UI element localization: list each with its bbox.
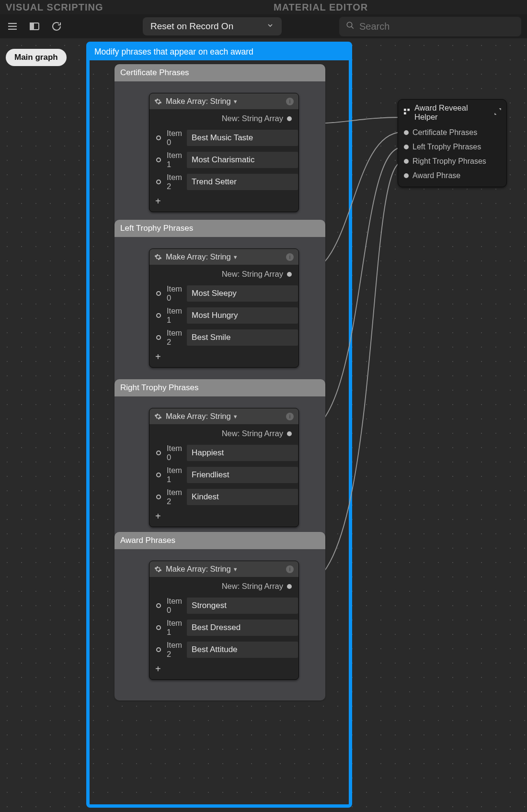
helper-input-label: Right Trophy Phrases [412,157,486,166]
input-port[interactable] [156,451,161,455]
input-port[interactable] [156,158,161,162]
panel-icon[interactable] [28,20,41,33]
make-array-label: Make Array: String [166,97,231,106]
search-input[interactable] [358,21,515,33]
make-array-label: Make Array: String [166,564,231,574]
node-header[interactable]: Make Array: String▼i [149,561,298,577]
group-certificate-phrases[interactable]: Certificate PhrasesMake Array: String▼iN… [115,64,325,233]
item-label: Item 1 [167,466,182,484]
make-array-label: Make Array: String [166,412,231,421]
input-port[interactable] [156,495,161,499]
svg-rect-9 [404,112,406,114]
input-port[interactable] [156,313,161,318]
item-row: Item 2 [149,639,298,661]
group-header[interactable]: Right Trophy Phrases [115,379,325,396]
helper-input-row: Certificate Phrases [398,125,506,140]
input-port[interactable] [156,647,161,652]
item-value-input[interactable] [187,152,298,168]
node-header[interactable]: Make Array: String▼i [149,93,298,109]
info-icon[interactable]: i [286,413,294,420]
item-label: Item 2 [167,173,182,191]
input-port[interactable] [404,173,409,178]
group-left-trophy-phrases[interactable]: Left Trophy PhrasesMake Array: String▼iN… [115,220,325,388]
tab-material-editor[interactable]: MATERIAL EDITOR [259,2,527,13]
refresh-icon[interactable] [50,20,63,33]
item-value-input[interactable] [187,642,298,658]
item-value-input[interactable] [187,130,298,146]
output-port[interactable] [287,431,292,436]
add-item-button[interactable]: + [149,508,298,527]
input-port[interactable] [156,473,161,477]
group-header[interactable]: Certificate Phrases [115,64,325,81]
item-row: Item 2 [149,486,298,508]
item-value-input[interactable] [187,285,298,302]
output-label: New: String Array [222,114,283,123]
type-dropdown-icon[interactable]: ▼ [233,99,238,104]
output-label: New: String Array [222,429,283,438]
input-port[interactable] [156,335,161,340]
output-port[interactable] [287,584,292,589]
item-value-input[interactable] [187,598,298,614]
item-value-input[interactable] [187,307,298,324]
node-header[interactable]: Make Array: String▼i [149,408,298,424]
type-dropdown-icon[interactable]: ▼ [233,414,238,419]
award-reveal-helper-node[interactable]: Award Reveeal Helper Certificate Phrases… [398,99,507,187]
group-right-trophy-phrases[interactable]: Right Trophy PhrasesMake Array: String▼i… [115,379,325,548]
make-array-node[interactable]: Make Array: String▼iNew: String ArrayIte… [149,93,299,212]
make-array-node[interactable]: Make Array: String▼iNew: String ArrayIte… [149,561,299,680]
graph-tab-main[interactable]: Main graph [6,49,67,66]
item-value-input[interactable] [187,467,298,483]
item-value-input[interactable] [187,174,298,190]
gear-icon [154,253,162,261]
input-port[interactable] [156,135,161,140]
item-label: Item 2 [167,328,182,347]
type-dropdown-icon[interactable]: ▼ [233,254,238,260]
item-label: Item 0 [167,129,182,147]
comment-title: Modify phrases that appear on each award [90,45,349,60]
reset-mode-dropdown[interactable]: Reset on Record On [143,17,282,35]
add-item-button[interactable]: + [149,193,298,212]
item-value-input[interactable] [187,445,298,461]
chevron-down-icon [266,21,274,32]
svg-line-6 [351,26,354,29]
make-array-node[interactable]: Make Array: String▼iNew: String ArrayIte… [149,408,299,527]
input-port[interactable] [404,159,409,164]
input-port[interactable] [156,603,161,608]
input-port[interactable] [404,130,409,135]
helper-input-row: Left Trophy Phrases [398,140,506,154]
helper-title: Award Reveeal Helper [414,103,490,122]
add-item-button[interactable]: + [149,349,298,367]
group-award-phrases[interactable]: Award PhrasesMake Array: String▼iNew: St… [115,532,325,700]
type-dropdown-icon[interactable]: ▼ [233,566,238,572]
make-array-node[interactable]: Make Array: String▼iNew: String ArrayIte… [149,248,299,368]
search-box[interactable] [339,17,521,36]
input-port[interactable] [156,625,161,630]
info-icon[interactable]: i [286,98,294,105]
item-row: Item 0 [149,127,298,149]
input-port[interactable] [156,180,161,184]
gear-icon [154,413,162,420]
item-row: Item 1 [149,464,298,486]
make-array-label: Make Array: String [166,252,231,261]
svg-rect-7 [404,109,406,111]
item-value-input[interactable] [187,620,298,636]
group-body: Make Array: String▼iNew: String ArrayIte… [115,81,325,233]
group-header[interactable]: Left Trophy Phrases [115,220,325,237]
output-port[interactable] [287,272,292,277]
item-value-input[interactable] [187,329,298,346]
item-value-input[interactable] [187,489,298,505]
output-label: New: String Array [222,582,283,591]
tab-visual-scripting[interactable]: VISUAL SCRIPTING [0,2,259,13]
collapse-icon[interactable] [494,108,502,117]
node-header[interactable]: Make Array: String▼i [149,249,298,265]
input-port[interactable] [156,291,161,296]
graph-canvas[interactable]: Main graph Modify phrases that appear on… [0,38,527,812]
info-icon[interactable]: i [286,565,294,573]
info-icon[interactable]: i [286,253,294,261]
add-item-button[interactable]: + [149,661,298,679]
menu-icon[interactable] [6,20,19,33]
output-port[interactable] [287,116,292,121]
input-port[interactable] [404,145,409,149]
item-label: Item 1 [167,306,182,325]
group-header[interactable]: Award Phrases [115,532,325,549]
